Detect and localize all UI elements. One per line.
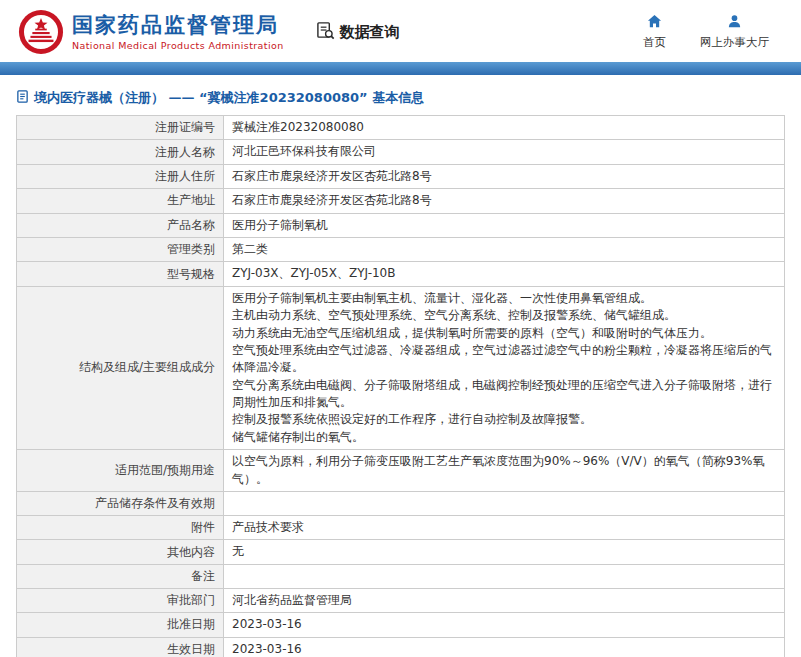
row-label: 生效日期 <box>17 637 224 657</box>
data-query-icon <box>316 21 335 44</box>
row-value: 第二类 <box>224 237 785 261</box>
row-value <box>224 492 785 516</box>
row-label: 其他内容 <box>17 540 224 564</box>
nmpa-emblem-logo <box>18 9 64 55</box>
row-label: 结构及组成/主要组成成分 <box>17 286 224 450</box>
table-row: 其他内容无 <box>17 540 785 564</box>
row-label: 批准日期 <box>17 613 224 637</box>
row-label-text: 生产地址 <box>167 193 215 207</box>
row-label: 适用范围/预期用途 <box>17 450 224 492</box>
data-query-label: 数据查询 <box>340 23 400 42</box>
row-value: 2023-03-16 <box>224 637 785 657</box>
row-value: ZYJ-03X、ZYJ-05X、ZYJ-10B <box>224 262 785 286</box>
table-row: 备注 <box>17 564 785 588</box>
row-label-text: 备注 <box>191 569 215 583</box>
row-value: 医用分子筛制氧机主要由制氧主机、流量计、湿化器、一次性使用鼻氧管组成。 主机由动… <box>224 286 785 450</box>
row-label-text: 产品储存条件及有效期 <box>95 496 215 510</box>
row-label-text: 批准日期 <box>167 617 215 631</box>
row-value: 冀械注准20232080080 <box>224 116 785 140</box>
site-header: 国家药品监督管理局 National Medical Products Admi… <box>0 0 801 62</box>
table-row: 结构及组成/主要组成成分医用分子筛制氧机主要由制氧主机、流量计、湿化器、一次性使… <box>17 286 785 450</box>
info-table-body: 注册证编号冀械注准20232080080注册人名称河北正邑环保科技有限公司注册人… <box>17 116 785 657</box>
header-nav: 首页 网上办事大厅 <box>643 14 783 50</box>
row-value <box>224 564 785 588</box>
row-label: 产品名称 <box>17 213 224 237</box>
row-label-text: 型号规格 <box>167 267 215 281</box>
main-content: 境内医疗器械（注册） —— “冀械注准20232080080” 基本信息 注册证… <box>0 75 801 657</box>
nav-home-label: 首页 <box>643 35 666 50</box>
row-label-text: 附件 <box>191 520 215 534</box>
table-row: 生产地址石家庄市鹿泉经济开发区杏苑北路8号 <box>17 189 785 213</box>
home-icon <box>647 14 662 32</box>
row-label: 备注 <box>17 564 224 588</box>
table-row: 批准日期2023-03-16 <box>17 613 785 637</box>
table-row: 生效日期2023-03-16 <box>17 637 785 657</box>
row-label-text: 注册人名称 <box>155 145 215 159</box>
header-divider-bar <box>0 62 801 75</box>
title-block: 国家药品监督管理局 National Medical Products Admi… <box>72 13 284 50</box>
row-value: 河北正邑环保科技有限公司 <box>224 140 785 164</box>
table-row: 适用范围/预期用途以空气为原料，利用分子筛变压吸附工艺生产氧浓度范围为90%～9… <box>17 450 785 492</box>
row-label-text: 产品名称 <box>167 218 215 232</box>
row-label-text: 生效日期 <box>167 642 215 656</box>
data-query-section: 数据查询 <box>316 21 400 44</box>
row-label-text: 结构及组成/主要组成成分 <box>79 360 215 374</box>
table-row: 注册证编号冀械注准20232080080 <box>17 116 785 140</box>
table-row: 注册人住所石家庄市鹿泉经济开发区杏苑北路8号 <box>17 164 785 188</box>
row-value: 2023-03-16 <box>224 613 785 637</box>
nav-service-hall-label: 网上办事大厅 <box>700 35 769 50</box>
person-icon <box>727 14 742 32</box>
row-value: 以空气为原料，利用分子筛变压吸附工艺生产氧浓度范围为90%～96%（V/V）的氧… <box>224 450 785 492</box>
table-row: 产品名称医用分子筛制氧机 <box>17 213 785 237</box>
table-row: 型号规格ZYJ-03X、ZYJ-05X、ZYJ-10B <box>17 262 785 286</box>
row-label: 注册证编号 <box>17 116 224 140</box>
row-label: 型号规格 <box>17 262 224 286</box>
table-row: 注册人名称河北正邑环保科技有限公司 <box>17 140 785 164</box>
table-row: 附件产品技术要求 <box>17 516 785 540</box>
document-icon <box>16 90 29 106</box>
row-value: 石家庄市鹿泉经济开发区杏苑北路8号 <box>224 164 785 188</box>
row-label-text: 审批部门 <box>167 593 215 607</box>
row-label: 附件 <box>17 516 224 540</box>
row-label-text: 适用范围/预期用途 <box>115 463 215 477</box>
row-label: 生产地址 <box>17 189 224 213</box>
row-label-text: 注册人住所 <box>155 169 215 183</box>
nav-service-hall[interactable]: 网上办事大厅 <box>700 14 769 50</box>
row-value: 河北省药品监督管理局 <box>224 588 785 612</box>
row-label: 注册人名称 <box>17 140 224 164</box>
row-label: 注册人住所 <box>17 164 224 188</box>
site-subtitle: National Medical Products Administration <box>72 40 284 51</box>
row-value: 石家庄市鹿泉经济开发区杏苑北路8号 <box>224 189 785 213</box>
row-label: 审批部门 <box>17 588 224 612</box>
table-row: 产品储存条件及有效期 <box>17 492 785 516</box>
row-value: 医用分子筛制氧机 <box>224 213 785 237</box>
page-title-text: 境内医疗器械（注册） —— “冀械注准20232080080” 基本信息 <box>34 89 424 107</box>
table-row: 审批部门河北省药品监督管理局 <box>17 588 785 612</box>
row-label-text: 管理类别 <box>167 242 215 256</box>
registration-info-table: 注册证编号冀械注准20232080080注册人名称河北正邑环保科技有限公司注册人… <box>16 115 785 657</box>
row-label-text: 其他内容 <box>167 545 215 559</box>
page-title: 境内医疗器械（注册） —— “冀械注准20232080080” 基本信息 <box>10 83 791 115</box>
nav-home[interactable]: 首页 <box>643 14 666 50</box>
row-label: 产品储存条件及有效期 <box>17 492 224 516</box>
row-label-text: 注册证编号 <box>155 120 215 134</box>
row-value: 产品技术要求 <box>224 516 785 540</box>
site-title: 国家药品监督管理局 <box>72 13 284 37</box>
table-row: 管理类别第二类 <box>17 237 785 261</box>
row-label: 管理类别 <box>17 237 224 261</box>
row-value: 无 <box>224 540 785 564</box>
